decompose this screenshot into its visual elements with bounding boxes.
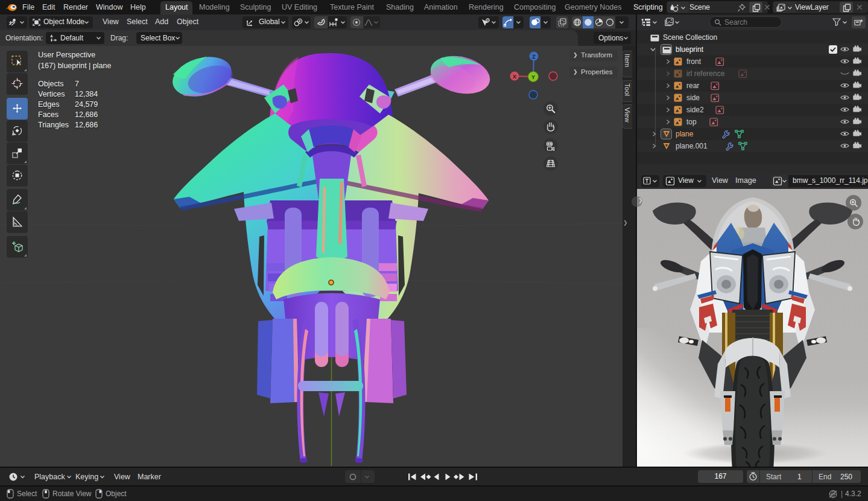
svg-text:Z: Z [532,54,536,60]
svg-text:X: X [513,74,516,80]
svg-text:Y: Y [531,74,535,80]
